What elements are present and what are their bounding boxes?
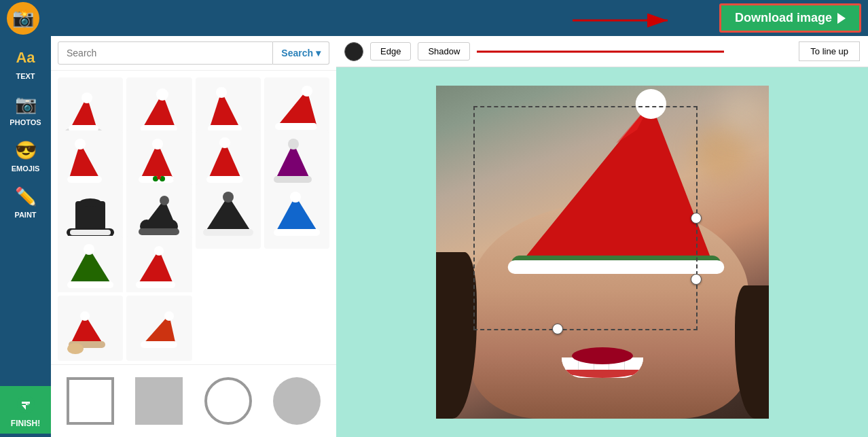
svg-rect-30 [206,176,243,183]
svg-point-10 [156,88,168,101]
shape-square-outline[interactable] [58,372,123,430]
download-arrow-icon [837,13,846,24]
svg-point-41 [160,196,169,205]
svg-point-56 [80,311,90,321]
svg-point-60 [164,311,174,321]
sidebar-label-paint: PAINT [14,211,36,219]
sticker-hat-12[interactable] [264,183,329,248]
search-dropdown-icon: ▾ [316,48,321,58]
sidebar-label-text: TEXT [16,72,35,80]
svg-rect-18 [275,123,317,130]
svg-rect-33 [274,176,312,183]
sidebar-item-finish[interactable]: FINISH! [0,386,51,434]
shape-circle-outline[interactable] [196,372,261,430]
sidebar-label-photos: PHOTOS [10,118,41,126]
app-logo: 📸 [7,2,39,35]
canvas-workspace[interactable] [336,67,868,437]
sidebar-item-emojis[interactable]: 😎 EMOJIS [0,132,51,178]
shadow-label: Shadow [428,46,460,56]
svg-rect-61 [141,341,177,348]
photos-icon: 📷 [13,91,39,117]
svg-marker-62 [518,103,714,266]
svg-marker-3 [22,402,30,404]
svg-rect-45 [203,229,253,236]
svg-point-7 [82,92,92,103]
canvas-area: Edge Shadow To line up [336,36,868,437]
to-line-up-button[interactable]: To line up [799,41,860,61]
edge-label: Edge [380,46,401,56]
emojis-icon: 😎 [13,137,39,163]
sticker-hat-14[interactable] [126,236,192,292]
svg-point-44 [223,192,234,203]
svg-point-27 [157,175,161,179]
main-area: Aa TEXT 📷 PHOTOS 😎 EMOJIS ✏️ PAINT FINIS… [0,36,868,437]
sticker-small-hat-1[interactable] [58,296,123,361]
sidebar: Aa TEXT 📷 PHOTOS 😎 EMOJIS ✏️ PAINT FINIS… [0,36,51,437]
search-btn-label: Search [281,48,313,58]
svg-marker-52 [137,249,174,285]
svg-point-50 [84,244,94,255]
svg-point-20 [75,139,86,150]
svg-marker-40 [140,199,178,231]
svg-rect-54 [136,281,175,288]
left-panel: Search ▾ [51,36,336,437]
color-picker[interactable] [344,42,363,61]
download-label: Download image [735,11,832,25]
svg-point-58 [67,343,84,354]
header: 📸 Download image [0,0,868,36]
svg-point-23 [152,139,163,150]
sidebar-item-photos[interactable]: 📷 PHOTOS [0,86,51,132]
svg-rect-42 [139,228,179,235]
finish-icon [13,391,39,417]
svg-marker-12 [209,91,240,129]
photo-frame [436,86,769,419]
svg-rect-21 [67,176,102,183]
shadow-button[interactable]: Shadow [418,42,470,60]
svg-rect-37 [70,230,111,235]
svg-marker-19 [69,143,101,180]
text-icon: Aa [13,45,39,71]
svg-rect-65 [507,260,724,274]
sticker-small-hat-2[interactable] [126,296,192,361]
edge-button[interactable]: Edge [370,42,411,60]
paint-icon: ✏️ [13,183,39,209]
svg-point-13 [216,87,227,98]
sidebar-label-finish: FINISH! [11,419,40,428]
small-hats-row [51,292,336,364]
search-bar: Search ▾ [51,36,336,71]
svg-point-29 [219,137,230,148]
svg-point-53 [154,246,164,256]
shape-circle-filled[interactable] [264,372,329,430]
svg-rect-51 [67,281,113,288]
shape-square-filled[interactable] [126,372,192,430]
svg-rect-48 [274,229,320,236]
sidebar-item-paint[interactable]: ✏️ PAINT [0,178,51,224]
svg-point-17 [302,86,312,97]
stickers-grid [51,71,336,292]
search-button[interactable]: Search ▾ [273,41,329,65]
to-line-up-label: To line up [810,46,848,56]
svg-marker-16 [276,90,317,127]
arrow-indicator [573,3,681,37]
svg-point-36 [79,198,101,207]
download-image-button[interactable]: Download image [719,3,861,33]
svg-point-32 [288,139,299,150]
sticker-hat-11[interactable] [196,183,261,248]
canvas-toolbar: Edge Shadow To line up [336,36,868,67]
sidebar-item-text[interactable]: Aa TEXT [0,39,51,86]
search-input[interactable] [58,41,273,65]
sidebar-label-emojis: EMOJIS [12,164,40,173]
svg-point-66 [635,89,666,119]
sticker-hat-13[interactable] [58,236,123,292]
svg-point-47 [290,192,301,203]
shapes-row [51,364,336,437]
